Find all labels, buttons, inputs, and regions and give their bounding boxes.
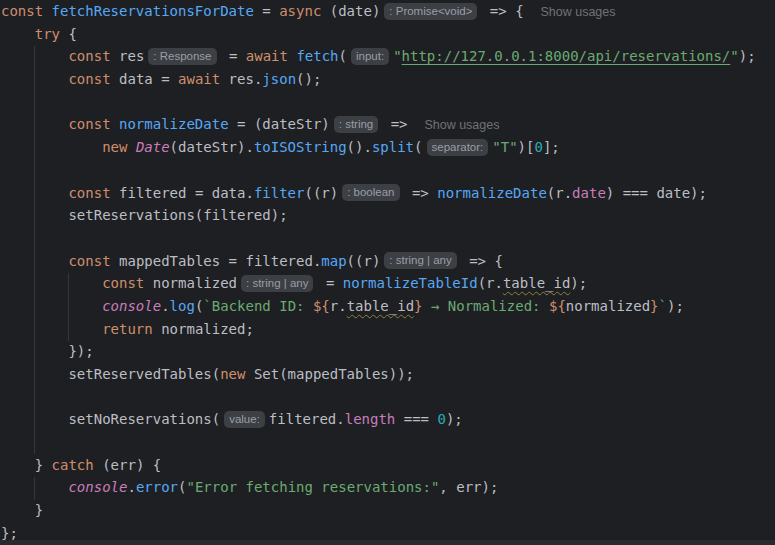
code-line[interactable] [0, 227, 775, 250]
code-line[interactable]: const normalized: string | any = normali… [0, 272, 775, 295]
function-token: toISOString [254, 139, 347, 155]
code-line[interactable]: const fetchReservationsForDate = async (… [0, 0, 775, 23]
code-line[interactable]: }); [0, 340, 775, 363]
code-token: }; [1, 525, 18, 541]
string-token: "T" [492, 139, 517, 155]
keyword-token: const [68, 71, 110, 87]
inlay-type-hint[interactable]: : Response [148, 48, 216, 65]
function-token: log [170, 298, 195, 314]
code-line[interactable]: try { [0, 23, 775, 46]
code-line[interactable]: new Date(dateStr).toISOString().split(se… [0, 136, 775, 159]
function-token: map [321, 253, 346, 269]
code-line[interactable]: setReservedTables(new Set(mappedTables))… [0, 363, 775, 386]
code-token: => [404, 185, 438, 201]
code-line[interactable]: const data = await res.json(); [0, 68, 775, 91]
code-line[interactable]: setReservations(filtered); [0, 204, 775, 227]
code-token: Set(mappedTables)); [245, 366, 414, 382]
code-editor[interactable]: const fetchReservationsForDate = async (… [0, 0, 775, 545]
code-line[interactable]: setNoReservations(value:filtered.length … [0, 408, 775, 431]
code-token: normalized [144, 275, 237, 291]
inlay-param-hint[interactable]: input: [351, 48, 389, 65]
code-token [1, 298, 102, 314]
editor-bottom-edge [0, 540, 775, 545]
code-line[interactable]: return normalized; [0, 318, 775, 341]
inlay-type-hint[interactable]: : string | any [384, 252, 456, 269]
code-token [1, 321, 102, 337]
code-line[interactable]: const res: Response = await fetch(input:… [0, 45, 775, 68]
show-usages-hint[interactable]: Show usages [540, 5, 615, 19]
code-token: r. [330, 298, 347, 314]
property-token: date [572, 185, 606, 201]
function-token: normalizeDate [119, 116, 229, 132]
keyword-token: new [220, 366, 245, 382]
code-token: = [317, 275, 342, 291]
number-token: 0 [437, 411, 445, 427]
keyword-token: const [68, 253, 110, 269]
code-token: ) === date); [606, 185, 707, 201]
code-line[interactable]: const filtered = data.filter((r): boolea… [0, 182, 775, 205]
code-token: ( [339, 48, 347, 64]
keyword-token: async [279, 3, 330, 19]
code-token: res [111, 48, 145, 64]
inlay-type-hint[interactable]: : Promise<void> [384, 3, 477, 20]
code-token [1, 26, 35, 42]
code-token: setReservations(filtered); [1, 207, 288, 223]
function-token: split [372, 139, 414, 155]
code-line[interactable]: console.error("Error fetching reservatio… [0, 476, 775, 499]
code-line[interactable] [0, 91, 775, 114]
keyword-token: const [1, 3, 52, 19]
code-token: (date) [330, 3, 381, 19]
code-line[interactable]: const mappedTables = filtered.map((r): s… [0, 250, 775, 273]
keyword-token: catch [52, 457, 94, 473]
code-token [1, 185, 68, 201]
code-token: (r. [478, 275, 503, 291]
code-token: = [254, 3, 279, 19]
keyword-token: await [246, 48, 288, 64]
code-line[interactable] [0, 159, 775, 182]
number-token: 0 [534, 139, 542, 155]
code-token [1, 116, 68, 132]
code-token: setNoReservations( [1, 411, 220, 427]
template-expr-delimiter: } [414, 298, 422, 314]
code-token: normalized [566, 298, 650, 314]
code-token: { [60, 26, 77, 42]
keyword-token: const [102, 275, 144, 291]
code-token: . [161, 298, 169, 314]
code-token: data = [111, 71, 178, 87]
code-token: filtered. [269, 411, 345, 427]
inlay-param-hint[interactable]: value: [224, 411, 265, 428]
inlay-type-hint[interactable]: : string [334, 116, 379, 133]
string-token: ` [659, 298, 667, 314]
inlay-type-hint[interactable]: : string | any [241, 275, 313, 292]
code-line[interactable]: console.log(`Backend ID: ${r.table_id} →… [0, 295, 775, 318]
function-token: fetch [296, 48, 338, 64]
code-token: )[ [518, 139, 535, 155]
inlay-type-hint[interactable]: : boolean [342, 184, 399, 201]
code-token: => { [461, 253, 503, 269]
function-token: normalizeTableId [343, 275, 478, 291]
code-line[interactable]: } [0, 499, 775, 522]
code-token: . [127, 479, 135, 495]
inlay-param-hint[interactable]: separator: [427, 139, 489, 156]
url-link[interactable]: http://127.0.0.1:8000/api/reservations/ [402, 48, 731, 64]
code-token: (). [347, 139, 372, 155]
code-token [1, 253, 68, 269]
code-token: }); [1, 343, 94, 359]
keyword-token: try [35, 26, 60, 42]
template-expr-delimiter: ${ [313, 298, 330, 314]
code-line[interactable] [0, 431, 775, 454]
code-line[interactable]: const normalizeDate = (dateStr): string … [0, 113, 775, 136]
function-token: fetchReservationsForDate [52, 3, 254, 19]
template-expr-delimiter: } [650, 298, 658, 314]
code-token [1, 479, 68, 495]
code-line[interactable] [0, 386, 775, 409]
code-line[interactable]: } catch (err) { [0, 454, 775, 477]
template-expr-delimiter: ${ [549, 298, 566, 314]
code-token: === [395, 411, 437, 427]
code-token: ((r) [304, 185, 338, 201]
warned-identifier-token: table_id [347, 298, 414, 314]
global-object-token: console [68, 479, 127, 495]
code-token: => { [481, 3, 540, 19]
show-usages-hint[interactable]: Show usages [424, 118, 499, 132]
code-token: ); [739, 48, 756, 64]
